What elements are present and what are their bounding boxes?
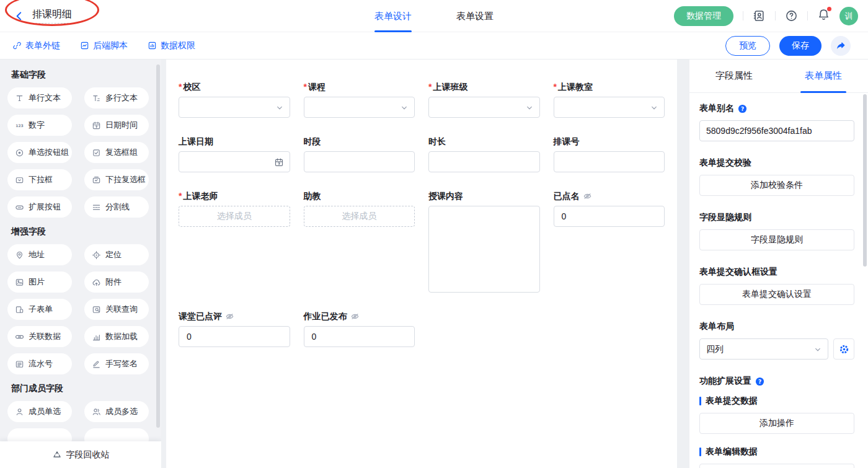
form-alias-input[interactable]: 5809d9c2f956fe3004fa1fab [699, 120, 854, 141]
form-external-link[interactable]: 表单外链 [12, 40, 60, 51]
field-assistant[interactable]: 助教 选择成员 [304, 191, 415, 227]
sidebar-item-serial-number[interactable]: 流水号 [7, 353, 72, 374]
schedule-no-input[interactable] [554, 151, 665, 172]
field-class-date[interactable]: 上课日期 [179, 136, 290, 172]
tab-form-design[interactable]: 表单设计 [374, 0, 412, 32]
class-date-input[interactable] [179, 151, 290, 172]
sidebar-item-address[interactable]: 地址 [7, 244, 72, 265]
form-title[interactable]: 排课明细 [32, 8, 72, 24]
field-recycle-bin[interactable]: 字段回收站 [0, 441, 161, 468]
sidebar-item-linked-data[interactable]: 关联数据 [7, 326, 72, 347]
class-reviewed-input[interactable]: 0 [179, 326, 290, 347]
field-schedule-no[interactable]: 排课号 [554, 136, 665, 172]
share-icon [836, 41, 846, 51]
form-designer-app: 排课明细 表单设计 表单设置 数据管理 训 表单外链 [0, 0, 868, 468]
address-icon [15, 250, 24, 260]
field-classroom[interactable]: *上课教室 [554, 82, 665, 118]
duration-input[interactable] [428, 151, 540, 172]
sidebar-item-linked-query[interactable]: 关联查询 [84, 299, 149, 320]
field-course[interactable]: *课程 [304, 82, 415, 118]
field-roll-called[interactable]: 已点名 0 [554, 191, 665, 227]
tab-form-properties[interactable]: 表单属性 [779, 60, 868, 92]
properties-tabs: 字段属性 表单属性 [689, 60, 868, 93]
sidebar-item-member-single[interactable]: 成员单选 [7, 401, 72, 422]
backend-script-link[interactable]: 后端脚本 [80, 40, 128, 51]
field-duration[interactable]: 时长 [428, 136, 540, 172]
sidebar-item-number[interactable]: 123数字 [7, 115, 72, 136]
assistant-member-picker[interactable]: 选择成员 [304, 206, 415, 227]
header-tabs: 表单设计 表单设置 [374, 0, 494, 32]
sidebar-item-data-load[interactable]: 数据加载 [84, 326, 149, 347]
preview-button[interactable]: 预览 [725, 36, 770, 56]
data-manage-button[interactable]: 数据管理 [674, 6, 733, 26]
add-validation-button[interactable]: 添加校验条件 [699, 175, 854, 196]
data-permission-link[interactable]: 数据权限 [148, 40, 195, 51]
homework-published-input[interactable]: 0 [304, 326, 415, 347]
submit-confirm-button[interactable]: 表单提交确认设置 [699, 284, 854, 305]
form-layout-block: 表单布局 四列 [699, 321, 854, 360]
teacher-member-picker[interactable]: 选择成员 [179, 206, 290, 227]
sidebar-item-member-multi[interactable]: 成员多选 [84, 401, 149, 422]
multi-select-box-icon [92, 175, 101, 185]
form-layout-select[interactable]: 四列 [699, 338, 828, 360]
field-homework-published[interactable]: 作业已发布 0 [304, 311, 415, 347]
tab-field-properties[interactable]: 字段属性 [689, 60, 779, 92]
header-actions: 数据管理 训 [674, 6, 858, 26]
teaching-content-textarea[interactable] [428, 206, 540, 293]
sidebar-item-select-box[interactable]: 下拉框 [7, 169, 72, 190]
sidebar-item-single-line-text[interactable]: 单行文本 [7, 87, 72, 108]
sidebar-item-extend-button[interactable]: 扩展按钮 [7, 196, 72, 218]
save-button[interactable]: 保存 [779, 36, 822, 56]
field-teaching-content[interactable]: 授课内容 [428, 191, 540, 293]
field-campus[interactable]: *校区 [179, 82, 290, 118]
notification-bell-icon[interactable] [817, 8, 830, 24]
field-teacher[interactable]: *上课老师 选择成员 [179, 191, 290, 227]
sidebar-item-divider-line[interactable]: 分割线 [84, 196, 149, 218]
sidebar-item-multi-line-text[interactable]: 多行文本 [84, 87, 149, 108]
share-button[interactable] [831, 36, 851, 56]
back-icon[interactable] [14, 11, 25, 22]
sidebar-item-multi-select-box[interactable]: 下拉复选框 [84, 169, 149, 190]
sidebar-item-radio-group[interactable]: 单选按钮组 [7, 142, 72, 163]
data-load-icon [92, 332, 101, 342]
sidebar-item-location[interactable]: 定位 [84, 244, 149, 265]
layout-settings-button[interactable] [833, 338, 854, 360]
tab-form-settings[interactable]: 表单设置 [456, 0, 494, 32]
sidebar-item-attachment[interactable]: 附件 [84, 272, 149, 293]
form-alias-block: 表单别名 ? 5809d9c2f956fe3004fa1fab [699, 103, 854, 141]
notification-dot [827, 7, 831, 11]
time-slot-input[interactable] [304, 151, 415, 172]
toolbar-links: 表单外链 后端脚本 数据权限 [12, 40, 195, 51]
sidebar-item-image[interactable]: 图片 [7, 272, 72, 293]
field-class[interactable]: *上课班级 [428, 82, 540, 118]
field-visibility-button[interactable]: 字段显隐规则 [699, 229, 854, 250]
sidebar-item-checkbox-group[interactable]: 复选框组 [84, 142, 149, 163]
classroom-select[interactable] [554, 97, 665, 118]
sidebar-item-datetime[interactable]: 日期时间 [84, 115, 149, 136]
contacts-icon[interactable] [753, 9, 766, 22]
linked-query-icon [92, 305, 101, 314]
roll-called-input[interactable]: 0 [554, 206, 665, 227]
sidebar-scrollbar[interactable] [156, 64, 160, 428]
help-badge-icon[interactable]: ? [738, 104, 747, 113]
sidebar-item-subform[interactable]: 子表单 [7, 299, 72, 320]
edit-data-add-action-button[interactable]: 添加操作 [699, 464, 854, 468]
help-badge-icon[interactable]: ? [755, 377, 764, 386]
class-select[interactable] [428, 97, 540, 118]
chevron-down-icon [650, 104, 658, 112]
serial-number-icon [15, 360, 24, 369]
avatar[interactable]: 训 [839, 7, 858, 25]
field-class-reviewed[interactable]: 课堂已点评 0 [179, 311, 290, 347]
course-select[interactable] [304, 97, 415, 118]
submit-validation-block: 表单提交校验 添加校验条件 [699, 157, 854, 196]
eye-off-icon [583, 192, 592, 201]
campus-select[interactable] [179, 97, 290, 118]
checkbox-group-icon [92, 148, 101, 157]
sidebar-item-signature[interactable]: 手写签名 [84, 353, 149, 374]
submit-data-add-action-button[interactable]: 添加操作 [699, 413, 854, 434]
divider [807, 11, 808, 20]
help-icon[interactable] [785, 9, 798, 22]
section-title: 部门成员字段 [11, 383, 161, 394]
field-time-slot[interactable]: 时段 [304, 136, 415, 172]
panel-scrollbar[interactable] [863, 94, 867, 267]
